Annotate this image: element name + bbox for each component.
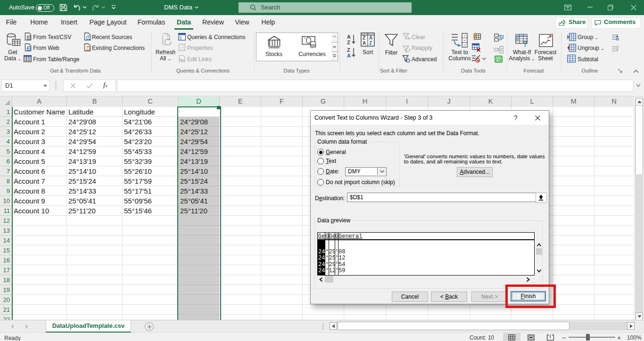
svg-text:A: A (369, 35, 372, 41)
svg-text:A: A (347, 53, 351, 58)
svg-text:A: A (347, 34, 351, 40)
svg-text:?: ? (523, 40, 528, 47)
svg-text:Z: Z (369, 41, 372, 46)
svg-text:Z: Z (347, 47, 350, 53)
svg-text:A: A (363, 41, 366, 46)
svg-text:Z: Z (363, 35, 365, 41)
svg-text:Z: Z (347, 40, 350, 45)
svg-text:J: J (497, 58, 499, 61)
